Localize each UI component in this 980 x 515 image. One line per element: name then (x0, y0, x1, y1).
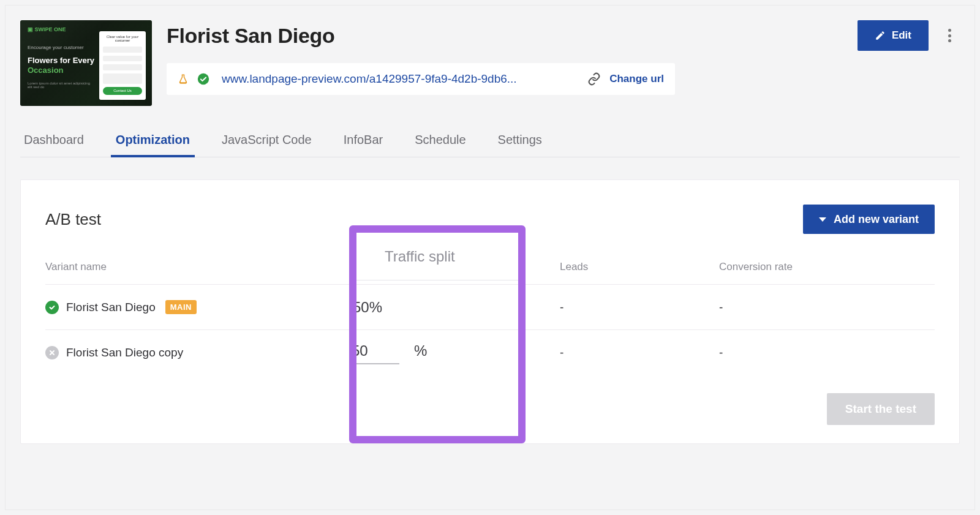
table-row[interactable]: Florist San Diego copy % - - (45, 329, 935, 375)
col-leads: Leads (560, 261, 719, 273)
status-active-icon (45, 301, 59, 314)
panel-title: A/B test (45, 210, 101, 229)
status-ok-icon (197, 73, 209, 85)
url-bar: www.landpage-preview.com/a1429957-9fa9-4… (167, 63, 675, 95)
thumb-form-card: Clear value for your customer Contact Us (99, 31, 146, 100)
page-thumbnail[interactable]: ▣ SWIPE ONE Encourage your customer Flow… (20, 20, 152, 106)
change-url-link[interactable]: Change url (609, 73, 664, 85)
thumb-subheadline: Encourage your customer (28, 45, 84, 50)
ab-test-panel: A/B test Add new variant Variant name Le… (20, 179, 960, 444)
tab-dashboard[interactable]: Dashboard (23, 126, 85, 157)
thumb-desc: Lorem ipsum dolor sit amet adipisicing e… (28, 81, 95, 89)
add-variant-button[interactable]: Add new variant (803, 205, 935, 234)
conversion-value: - (719, 346, 935, 359)
caret-down-icon (819, 217, 826, 222)
svg-point-0 (198, 73, 209, 85)
percent-label: % (414, 342, 427, 359)
col-conversion: Conversion rate (719, 261, 935, 273)
preview-url[interactable]: www.landpage-preview.com/a1429957-9fa9-4… (222, 72, 579, 86)
tab-infobar[interactable]: InfoBar (342, 126, 384, 157)
col-variant-name: Variant name (45, 261, 315, 273)
leads-value: - (560, 301, 719, 314)
edit-button[interactable]: Edit (858, 20, 929, 51)
traffic-split-input[interactable] (352, 341, 399, 364)
flask-icon (178, 73, 189, 85)
page-title: Florist San Diego (167, 24, 335, 48)
tab-schedule[interactable]: Schedule (413, 126, 467, 157)
more-menu-icon[interactable] (940, 26, 960, 45)
thumb-headline: Flowers for EveryOccasion (28, 56, 94, 75)
tabs: Dashboard Optimization JavaScript Code I… (20, 126, 960, 157)
traffic-split-value: 50% (315, 299, 382, 316)
start-test-button[interactable]: Start the test (827, 393, 935, 425)
variant-name: Florist San Diego (66, 301, 156, 314)
table-row[interactable]: Florist San Diego MAIN 50% - - (45, 284, 935, 329)
link-icon[interactable] (587, 72, 601, 86)
tab-javascript-code[interactable]: JavaScript Code (221, 126, 313, 157)
conversion-value: - (719, 301, 935, 314)
pencil-icon (875, 30, 886, 41)
status-inactive-icon (45, 346, 59, 359)
main-badge: MAIN (165, 300, 197, 314)
tab-settings[interactable]: Settings (497, 126, 543, 157)
table-header: Variant name Leads Conversion rate (45, 261, 935, 284)
col-traffic-split (315, 261, 560, 273)
tab-optimization[interactable]: Optimization (115, 126, 191, 157)
leads-value: - (560, 346, 719, 359)
thumb-logo: ▣ SWIPE ONE (28, 26, 66, 32)
variant-name: Florist San Diego copy (66, 346, 183, 359)
